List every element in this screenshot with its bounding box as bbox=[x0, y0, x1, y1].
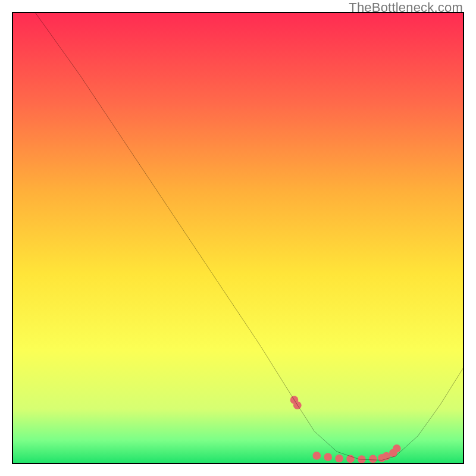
bottleneck-curve bbox=[36, 13, 463, 460]
plateau-dot bbox=[369, 455, 377, 463]
plateau-dot bbox=[293, 401, 302, 409]
chart-plot-area bbox=[12, 12, 464, 464]
plateau-dot bbox=[312, 452, 321, 460]
plateau-dot bbox=[393, 444, 401, 453]
plateau-dot bbox=[335, 455, 343, 463]
chart-curve-layer bbox=[13, 13, 463, 463]
plateau-dot bbox=[324, 453, 332, 461]
plateau-dots bbox=[290, 396, 401, 463]
plateau-dot bbox=[346, 455, 355, 463]
